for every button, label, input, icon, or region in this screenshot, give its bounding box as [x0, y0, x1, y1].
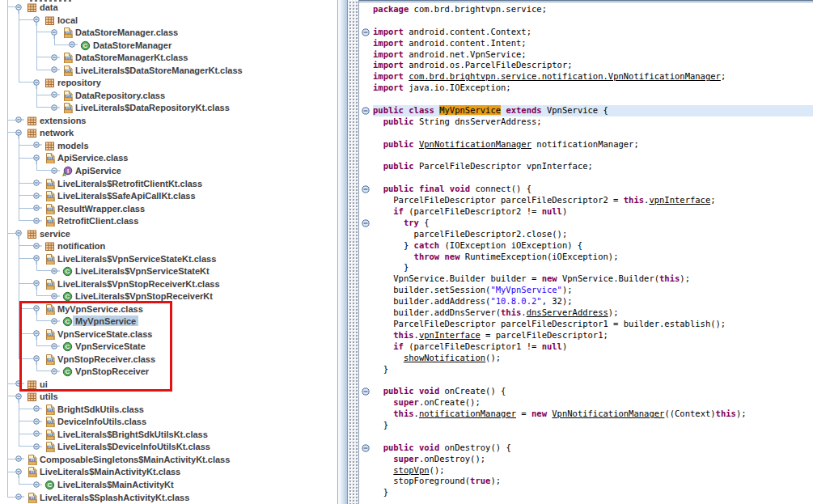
tree-item-brightsdkutils-class[interactable]: 010 BrightSdkUtils.class: [31, 403, 146, 416]
fold-toggle-icon[interactable]: [362, 28, 370, 36]
tree-item-liveliterals-retrofitclientkt-class[interactable]: 010 LiveLiterals$RetrofitClientKt.class: [31, 176, 205, 189]
tree-item-datastoremanager[interactable]: C DataStoreManager: [66, 39, 174, 52]
expand-handle-icon[interactable]: [49, 315, 60, 328]
collapse-handle-icon[interactable]: [31, 76, 42, 89]
expand-handle-icon[interactable]: [31, 239, 42, 252]
expand-handle-icon[interactable]: [49, 51, 60, 64]
collapse-handle-icon[interactable]: [31, 302, 42, 315]
collapse-handle-icon[interactable]: [31, 151, 42, 164]
collapse-handle-icon[interactable]: [13, 126, 24, 139]
code-link-shownotification[interactable]: showNotification: [404, 353, 485, 362]
code-link-dnsserveraddress[interactable]: dnsServerAddress: [527, 307, 608, 317]
tree-item-liveliterals-vpnservicestatekt[interactable]: C LiveLiterals$VpnServiceStateKt: [49, 265, 212, 277]
collapse-handle-icon[interactable]: [13, 227, 24, 239]
tree-item-service[interactable]: service: [13, 227, 73, 239]
tree-item-resultwrapper-class[interactable]: 010 ResultWrapper.class: [31, 201, 147, 214]
code-link-vpninterface[interactable]: vpnInterface: [649, 195, 710, 205]
code-link-notificationmanager[interactable]: notificationManager: [419, 409, 516, 418]
tree-item-liveliterals-mainactivitykt[interactable]: C LiveLiterals$MainActivityKt: [31, 478, 176, 491]
tree-item-apiservice-class[interactable]: 010 ApiService.class: [31, 151, 130, 164]
expand-handle-icon[interactable]: [31, 189, 42, 202]
expand-handle-icon[interactable]: [31, 138, 42, 151]
tree-item-extensions[interactable]: extensions: [13, 114, 88, 127]
tree-item-liveliterals-vpnstopreceiverkt[interactable]: C LiveLiterals$VpnStopReceiverKt: [49, 290, 215, 303]
fold-toggle-icon[interactable]: [362, 444, 370, 452]
expand-handle-icon[interactable]: [31, 214, 42, 227]
expand-handle-icon[interactable]: [13, 377, 24, 390]
collapse-handle-icon[interactable]: [31, 277, 42, 290]
tree-item-liveliterals-datastoremanagerkt-class[interactable]: 010 LiveLiterals$DataStoreManagerKt.clas…: [49, 64, 245, 77]
tree-item-liveliterals-vpnservicestatekt-class[interactable]: 010 LiveLiterals$VpnServiceStateKt.class: [31, 252, 218, 265]
fold-toggle-icon[interactable]: [362, 388, 370, 396]
fold-toggle-icon[interactable]: [362, 219, 370, 227]
fold-gutter-cell[interactable]: [359, 184, 373, 195]
tree-item-datastoremanagerkt-class[interactable]: 010 DataStoreManagerKt.class: [49, 51, 190, 64]
fold-gutter-cell[interactable]: [359, 105, 373, 116]
collapse-handle-icon[interactable]: [13, 1, 24, 14]
expand-handle-icon[interactable]: [49, 88, 60, 101]
fold-toggle-icon[interactable]: [362, 107, 370, 115]
collapse-handle-icon[interactable]: [49, 26, 60, 39]
code-link-vpnnotificationmanager[interactable]: VpnNotificationManager: [552, 409, 664, 418]
tree-item-liveliterals-datarepositorykt-class[interactable]: 010 LiveLiterals$DataRepositoryKt.class: [49, 101, 232, 114]
collapse-handle-icon[interactable]: [31, 13, 42, 26]
tree-item-retrofitclient-class[interactable]: 010 RetrofitClient.class: [31, 214, 141, 227]
code-link-stopvpn[interactable]: stopVpn: [393, 465, 429, 475]
expand-handle-icon[interactable]: [31, 201, 42, 214]
expand-handle-icon[interactable]: [31, 176, 42, 189]
tree-item-myvpnservice[interactable]: C MyVpnService: [49, 315, 138, 328]
split-pane-divider[interactable]: [348, 0, 358, 504]
collapse-handle-icon[interactable]: [31, 352, 42, 365]
expand-handle-icon[interactable]: [13, 452, 24, 465]
code-editor[interactable]: package com.brd.brightvpn.service; impor…: [359, 4, 813, 498]
collapse-handle-icon[interactable]: [31, 327, 42, 340]
collapse-handle-icon[interactable]: [31, 252, 42, 265]
tree-item-myvpnservice-class[interactable]: 010 MyVpnService.class: [31, 302, 146, 315]
tree-item-datastoremanager-class[interactable]: 010 DataStoreManager.class: [49, 26, 180, 39]
expand-handle-icon[interactable]: [49, 365, 60, 378]
expand-handle-icon[interactable]: [49, 340, 60, 353]
tree-item-liveliterals-brightsdkutilskt-class[interactable]: 010 LiveLiterals$BrightSdkUtilsKt.class: [31, 428, 210, 441]
tree-item-vpnstopreceiver[interactable]: C VpnStopReceiver: [49, 365, 151, 378]
tree-item-repository[interactable]: repository: [31, 76, 104, 89]
code-link-vpnnotificationmanager[interactable]: VpnNotificationManager: [419, 139, 531, 149]
expand-handle-icon[interactable]: [31, 427, 42, 440]
expand-handle-icon[interactable]: [13, 490, 24, 503]
fold-gutter-cell[interactable]: [359, 218, 373, 229]
expand-handle-icon[interactable]: [49, 164, 60, 177]
fold-toggle-icon[interactable]: [362, 185, 370, 193]
tree-item-utils[interactable]: utils: [13, 390, 61, 403]
expand-handle-icon[interactable]: [31, 478, 42, 491]
tree-item-liveliterals-vpnstopreceiverkt-class[interactable]: 010 LiveLiterals$VpnStopReceiverKt.class: [31, 277, 222, 290]
tree-item-datarepository-class[interactable]: 010 DataRepository.class: [49, 89, 167, 102]
expand-handle-icon[interactable]: [49, 63, 60, 76]
tree-item-liveliterals-splashactivitykt-class[interactable]: 010 LiveLiterals$SplashActivityKt.class: [13, 490, 192, 503]
tree-item-liveliterals-safeapicallkt-class[interactable]: 010 LiveLiterals$SafeApiCallKt.class: [31, 189, 198, 202]
collapse-handle-icon[interactable]: [13, 465, 24, 478]
tree-item-notification[interactable]: notification: [31, 239, 108, 252]
expand-handle-icon[interactable]: [31, 440, 42, 453]
fold-gutter-cell[interactable]: [359, 386, 373, 397]
code-link-com-brd-brightvpn-service-notification-vpnnotificationmanager[interactable]: com.brd.brightvpn.service.notification.V…: [409, 71, 721, 81]
expand-handle-icon[interactable]: [49, 265, 60, 277]
expand-handle-icon[interactable]: [49, 290, 60, 303]
tree-item-data[interactable]: data: [13, 1, 61, 14]
expand-handle-icon[interactable]: [31, 415, 42, 428]
tree-item-vpnservicestate-class[interactable]: 010 VpnServiceState.class: [31, 328, 155, 341]
tree-item-models[interactable]: models: [31, 139, 91, 152]
tree-item-apiservice[interactable]: I A ApiService: [49, 164, 124, 177]
tree-item-liveliterals-mainactivitykt-class[interactable]: 010 LiveLiterals$MainActivityKt.class: [13, 465, 183, 478]
tree-item-vpnstopreceiver-class[interactable]: 010 VpnStopReceiver.class: [31, 353, 158, 366]
tree-item-ui[interactable]: ui: [13, 378, 50, 391]
tree-item-deviceinfoutils-class[interactable]: 010 DeviceInfoUtils.class: [31, 415, 149, 428]
tree-item-local[interactable]: local: [31, 14, 80, 27]
fold-gutter-cell[interactable]: [359, 27, 373, 38]
expand-handle-icon[interactable]: [66, 38, 78, 51]
expand-handle-icon[interactable]: [31, 402, 42, 415]
tree-item-liveliterals-deviceinfoutilskt-class[interactable]: 010 LiveLiterals$DeviceInfoUtilsKt.class: [31, 440, 213, 453]
collapse-handle-icon[interactable]: [13, 390, 24, 403]
tree-item-network[interactable]: network: [13, 126, 76, 139]
expand-handle-icon[interactable]: [49, 101, 60, 114]
tree-vertical-scrollbar[interactable]: [337, 0, 348, 504]
tree-item-composablesingletons-mainactivitykt-class[interactable]: 010 ComposableSingletons$MainActivityKt.…: [13, 453, 232, 466]
